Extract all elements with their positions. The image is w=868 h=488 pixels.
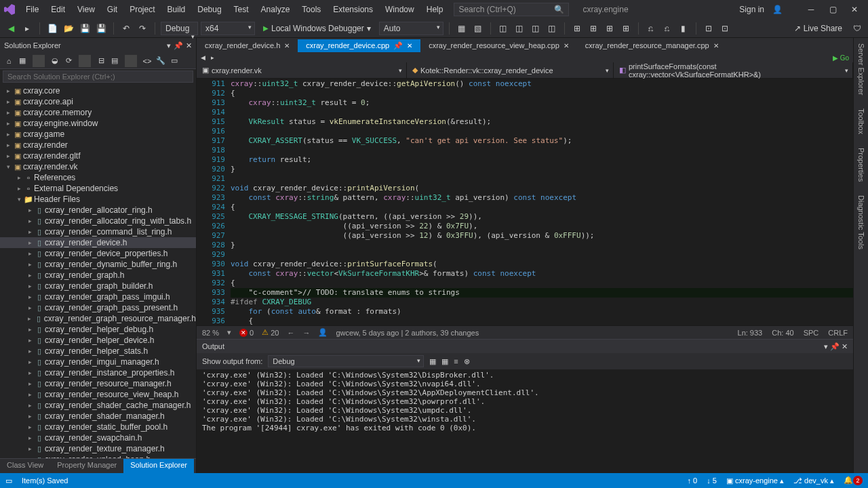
close-button[interactable]: ✕ [845, 5, 864, 14]
solution-search-input[interactable] [3, 70, 193, 83]
go-button[interactable]: ▶ Go [833, 54, 849, 62]
doc-tab[interactable]: cxray_render_resource_view_heap.cpp✕ [420, 39, 577, 52]
debug-mode-combo[interactable]: Auto [379, 22, 443, 35]
lineending-indicator[interactable]: CRLF [828, 329, 848, 337]
nav-next-icon[interactable]: → [302, 329, 310, 337]
side-tab[interactable]: Toolbox [857, 108, 865, 134]
panel-close-icon[interactable]: ✕ [186, 41, 192, 50]
pending-icon[interactable]: ◒ [49, 56, 61, 65]
tb-icon-14[interactable]: ⊡ [702, 22, 715, 35]
tb-icon-1[interactable]: ▦ [455, 22, 469, 35]
tree-item[interactable]: ▸▣cxray.core [0, 85, 196, 96]
views-icon[interactable]: ▦ [16, 56, 28, 65]
solution-tree[interactable]: ▸▣cxray.core▸▣cxray.core.api▸▣cxray.core… [0, 84, 196, 458]
start-debug-button[interactable]: Local Windows Debugger ▾ [258, 22, 376, 35]
home-icon[interactable]: ⌂ [3, 57, 15, 65]
tree-item[interactable]: ▸▯cxray_render_resource_view_heap.h [0, 389, 196, 400]
tree-item[interactable]: ▸▣cxray.render.gltf [0, 150, 196, 161]
tb-icon-7[interactable]: ⊞ [570, 22, 584, 35]
tree-item[interactable]: ▸▯cxray_render_graph_pass_present.h [0, 302, 196, 313]
output-clear-icon[interactable]: ⊗ [464, 357, 470, 366]
tree-item[interactable]: ▸▯cxray_render_helper_stats.h [0, 346, 196, 357]
line-indicator[interactable]: Ln: 933 [738, 329, 763, 337]
menu-view[interactable]: View [72, 2, 100, 17]
menu-test[interactable]: Test [229, 2, 254, 17]
nav-fwd-icon[interactable]: ▸ [20, 22, 34, 35]
blame-info[interactable]: gwcew, 5 days ago | 2 authors, 39 change… [336, 329, 479, 337]
nav-fwd-small-icon[interactable]: ▸ [211, 54, 214, 61]
menu-extensions[interactable]: Extensions [328, 2, 378, 17]
git-repo[interactable]: ▣ cxray-engine ▴ [726, 476, 784, 485]
tree-item[interactable]: ▸▯cxray_render_command_list_ring.h [0, 226, 196, 237]
tb-icon-12[interactable]: ⎌ [660, 22, 674, 35]
minimize-button[interactable]: ─ [802, 5, 821, 14]
zoom-level[interactable]: 82 % [202, 329, 219, 337]
pin-icon[interactable]: 📌 [393, 41, 403, 50]
user-icon[interactable]: 👤 [772, 5, 783, 14]
tree-item[interactable]: ▸▣cxray.game [0, 129, 196, 140]
sync-icon[interactable]: ⟳ [62, 56, 75, 65]
output-icon-2[interactable]: ▦ [441, 357, 448, 366]
panel-tab[interactable]: Solution Explorer [123, 459, 194, 473]
tree-item[interactable]: ▸▯cxray_render_instance_properties.h [0, 367, 196, 378]
liveshare-button[interactable]: ↗ Live Share [789, 22, 848, 35]
menu-edit[interactable]: Edit [45, 2, 71, 17]
undo-icon[interactable]: ↶ [119, 22, 133, 35]
tb-icon-11[interactable]: ⎌ [644, 22, 658, 35]
git-outgoing[interactable]: ↑ 0 [688, 476, 698, 485]
tree-item[interactable]: ▸▯cxray_render_dynamic_buffer_ring.h [0, 259, 196, 270]
new-item-icon[interactable]: 📄 [45, 22, 59, 35]
spaces-indicator[interactable]: SPC [804, 329, 819, 337]
tree-item[interactable]: ▸▯cxray_render_helper_debug.h [0, 324, 196, 335]
tree-item[interactable]: ▸▯cxray_render_device.h [0, 237, 196, 248]
show-all-icon[interactable]: ▤ [108, 56, 121, 65]
doc-tab[interactable]: cxray_render_resource_manager.cpp✕ [577, 39, 727, 52]
output-icon-1[interactable]: ▦ [429, 357, 436, 366]
tree-item[interactable]: ▸▯cxray_render_shader_cache_manager.h [0, 400, 196, 411]
redo-icon[interactable]: ↷ [136, 22, 149, 35]
global-search[interactable]: Search (Ctrl+Q) 🔍 [454, 3, 569, 16]
nav-back-icon[interactable]: ◀ [4, 22, 18, 35]
panel-pin-icon[interactable]: 📌 [174, 41, 183, 50]
nav-prev-icon[interactable]: ← [287, 329, 294, 337]
tree-item[interactable]: ▸▯cxray_render_helper_device.h [0, 335, 196, 346]
tree-item[interactable]: ▸▯cxray_render_allocator_ring.h [0, 205, 196, 216]
collapse-icon[interactable]: ⊟ [95, 56, 107, 65]
output-content[interactable]: 'cxray.exe' (Win32): Loaded 'C:\Windows\… [197, 369, 853, 473]
tree-item[interactable]: ▸▯cxray_render_imgui_manager.h [0, 357, 196, 367]
tree-item[interactable]: ▸▯cxray_render_graph_pass_imgui.h [0, 291, 196, 302]
nav-member-combo[interactable]: ◧ printSurfaceFormats(const cxray::vecto… [614, 62, 853, 78]
menu-build[interactable]: Build [162, 2, 191, 17]
save-all-icon[interactable]: 💾 [94, 22, 108, 35]
code-editor[interactable]: 9119129139149159169179189199209219229239… [197, 79, 853, 325]
git-branch[interactable]: ⎇ dev_vk ▴ [793, 476, 834, 485]
tb-icon-9[interactable]: ⊞ [603, 22, 616, 35]
output-dropdown-icon[interactable]: ▾ [824, 342, 828, 350]
tree-item[interactable]: ▸▯cxray_render_shader_manager.h [0, 411, 196, 422]
menu-help[interactable]: Help [421, 2, 449, 17]
signin-link[interactable]: Sign in [739, 5, 764, 14]
platform-combo[interactable]: x64 [201, 22, 255, 35]
close-tab-icon[interactable]: ✕ [564, 42, 569, 49]
tb-icon-5[interactable]: ◫ [529, 22, 542, 35]
tree-item[interactable]: ▾📁Header Files [0, 194, 196, 205]
code-content[interactable]: cxray::uint32_t cxray_render_device::get… [231, 79, 853, 325]
tree-item[interactable]: ▾▣cxray.render.vk [0, 161, 196, 172]
notifications-button[interactable]: 🔔2 [844, 476, 863, 485]
git-incoming[interactable]: ↓ 5 [707, 476, 717, 485]
tree-item[interactable]: ▸▫External Dependencies [0, 183, 196, 194]
tb-icon-3[interactable]: ◫ [496, 22, 510, 35]
tb-icon-10[interactable]: ⊞ [619, 22, 633, 35]
properties-icon[interactable]: 🔧 [155, 56, 167, 65]
tree-item[interactable]: ▸▯cxray_render_resource_manager.h [0, 378, 196, 389]
menu-project[interactable]: Project [124, 2, 160, 17]
tb-icon-6[interactable]: ◫ [545, 22, 559, 35]
nav-back-small-icon[interactable]: ◀ [201, 54, 205, 61]
output-close-icon[interactable]: ✕ [842, 342, 848, 350]
col-indicator[interactable]: Ch: 40 [772, 329, 793, 337]
menu-tools[interactable]: Tools [296, 2, 326, 17]
doc-tab[interactable]: cxray_render_device.h✕ [197, 39, 298, 52]
close-tab-icon[interactable]: ✕ [407, 42, 412, 49]
panel-tab[interactable]: Class View [0, 459, 50, 473]
tree-item[interactable]: ▸▯cxray_render_graph.h [0, 270, 196, 281]
